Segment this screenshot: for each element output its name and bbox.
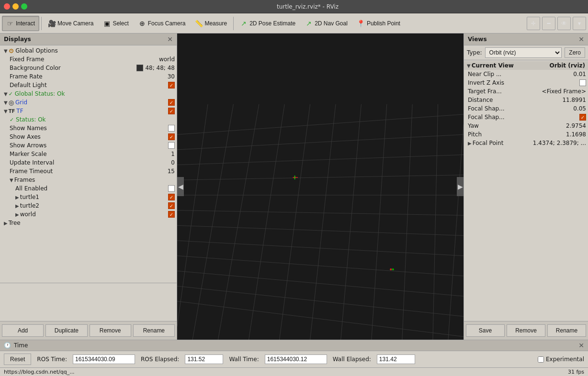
show-axes-item[interactable]: Show Axes [0,133,177,141]
frames-item[interactable]: ▼ Frames [0,176,177,184]
ros-time-input[interactable] [73,354,135,364]
displays-close[interactable]: ✕ [167,35,173,43]
measure-button[interactable]: 📏 Measure [191,16,231,31]
add-button[interactable]: Add [2,324,44,337]
svg-point-28 [392,268,394,270]
select-button[interactable]: ▣ Select [99,16,133,31]
show-names-item[interactable]: Show Names [0,124,177,133]
marker-scale-item[interactable]: Marker Scale 1 [0,150,177,158]
tree-arrow: ▶ [4,221,8,226]
interact-button[interactable]: ☞ Interact [2,16,39,31]
focal-shape1-item[interactable]: Focal Shap... 0.05 [464,104,588,113]
minus-button[interactable]: ━ [542,17,555,30]
remove-button[interactable]: Remove [90,324,131,337]
near-clip-item[interactable]: Near Clip ... 0.01 [464,70,588,78]
show-arrows-checkbox[interactable] [168,142,175,149]
wall-time-input[interactable] [265,354,327,364]
bg-color-swatch [136,65,143,71]
toolbar-right: ✛ ━ 👁 ▾ [527,17,586,30]
global-status-item[interactable]: ▼ ✓ Global Status: Ok [0,89,177,98]
views-close[interactable]: ✕ [578,35,584,43]
viewport-right-arrow[interactable]: ▶ [457,177,464,196]
move-camera-button[interactable]: 🎥 Move Camera [44,16,98,31]
distance-item[interactable]: Distance 11.8991 [464,96,588,104]
views-save-button[interactable]: Save [466,324,505,337]
update-interval-item[interactable]: Update Interval 0 [0,158,177,167]
displays-tree[interactable]: ▼ ⚙ Global Options Fixed Frame world Bac… [0,45,177,283]
displays-title: Displays [4,36,31,43]
focal-shape2-label: Focal Shap... [468,114,579,121]
duplicate-button[interactable]: Duplicate [45,324,87,337]
frame-rate-item[interactable]: Frame Rate 30 [0,72,177,81]
pose-estimate-button[interactable]: ↗ 2D Pose Estimate [236,16,300,31]
dropdown-button[interactable]: ▾ [573,17,586,30]
eye-button[interactable]: 👁 [557,17,571,30]
global-options-item[interactable]: ▼ ⚙ Global Options [0,46,177,55]
tf-label: TF [16,108,168,114]
tree-item[interactable]: ▶ Tree [0,219,177,227]
publish-point-button[interactable]: 📍 Publish Point [353,16,405,31]
all-enabled-checkbox[interactable] [168,185,175,192]
nav-goal-button[interactable]: ↗ 2D Nav Goal [301,16,352,31]
focal-shape2-item[interactable]: Focal Shap... [464,113,588,122]
frame-timeout-item[interactable]: Frame Timeout 15 [0,167,177,176]
invert-z-item[interactable]: Invert Z Axis [464,78,588,87]
window-controls[interactable] [4,3,27,10]
default-light-checkbox[interactable] [168,82,175,88]
tf-checkbox[interactable] [168,108,175,114]
show-axes-checkbox[interactable] [168,133,175,140]
ros-elapsed-input[interactable] [185,354,223,364]
maximize-button[interactable] [21,3,27,10]
yaw-value: 2.9754 [562,122,586,129]
target-frame-item[interactable]: Target Fra... <Fixed Frame> [464,87,588,96]
global-status-arrow: ▼ [4,91,8,97]
minimize-button[interactable] [12,3,19,10]
world-frame-item[interactable]: ▶ world [0,210,177,219]
background-color-item[interactable]: Background Color 48; 48; 48 [0,64,177,72]
toolbar-sep-1 [41,17,42,30]
focus-camera-icon: ⊕ [138,20,146,27]
tf-icon: TF [9,109,15,114]
interact-icon: ☞ [6,20,14,27]
wall-elapsed-input[interactable] [377,354,415,364]
turtle2-item[interactable]: ▶ turtle2 [0,201,177,210]
default-light-item[interactable]: Default Light [0,81,177,89]
current-view-section[interactable]: ▼ Current View Orbit (rviz) [464,61,588,70]
show-arrows-item[interactable]: Show Arrows [0,141,177,150]
all-enabled-item[interactable]: All Enabled [0,184,177,193]
update-interval-label: Update Interval [10,159,167,166]
views-zero-button[interactable]: Zero [565,47,585,58]
reset-button[interactable]: Reset [4,354,31,365]
global-options-icon: ⚙ [9,47,14,55]
grid-item[interactable]: ▼ ◎ Grid [0,98,177,107]
crosshair-button[interactable]: ✛ [527,17,540,30]
fixed-frame-item[interactable]: Fixed Frame world [0,55,177,64]
tf-item[interactable]: ▼ TF TF [0,107,177,115]
close-button[interactable] [4,3,10,10]
turtle1-checkbox[interactable] [168,194,175,200]
views-type-row: Type: Orbit (rviz) Zero [464,45,588,60]
viewport-left-arrow[interactable]: ◀ [177,177,184,196]
grid-checkbox[interactable] [168,99,175,106]
focal-shape2-checkbox[interactable] [579,114,586,121]
viewport[interactable]: ◀ ▶ [177,33,464,340]
show-names-checkbox[interactable] [168,125,175,132]
invert-z-checkbox[interactable] [579,79,586,86]
experimental-checkbox[interactable] [538,356,544,363]
focus-camera-button[interactable]: ⊕ Focus Camera [134,16,190,31]
turtle1-item[interactable]: ▶ turtle1 [0,193,177,201]
time-close[interactable]: ✕ [578,342,584,349]
focal-point-item[interactable]: ▶ Focal Point 1.4374; 2.3879; ... [464,139,588,147]
world-frame-checkbox[interactable] [168,211,175,218]
yaw-item[interactable]: Yaw 2.9754 [464,122,588,130]
views-rename-button[interactable]: Rename [547,324,586,337]
views-remove-button[interactable]: Remove [507,324,545,337]
focal-point-label: Focal Point [473,140,529,146]
turtle2-arrow: ▶ [15,203,19,209]
rename-button[interactable]: Rename [133,324,175,337]
tf-status-item[interactable]: ✓ Status: Ok [0,115,177,124]
turtle1-label: turtle1 [20,194,168,200]
views-type-select[interactable]: Orbit (rviz) [485,47,562,58]
pitch-item[interactable]: Pitch 1.1698 [464,130,588,139]
turtle2-checkbox[interactable] [168,202,175,209]
